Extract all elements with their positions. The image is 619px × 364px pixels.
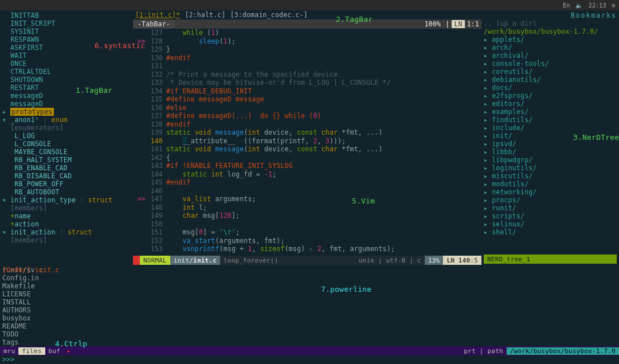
nerdtree-dir[interactable]: ▸ libpwdgrp/ [484, 156, 617, 164]
nerdtree-dir[interactable]: ▸ libbb/ [484, 148, 617, 156]
code-line[interactable]: 134#if ENABLE_DEBUG_INIT [133, 87, 481, 96]
ctrlp-item[interactable]: LICENSE [2, 290, 617, 298]
code-line[interactable]: 129} [133, 45, 481, 54]
nerdtree-up[interactable]: .. (up a dir) [484, 19, 617, 28]
code-line[interactable]: >>128 sleep(1); [133, 37, 481, 46]
ctrlp-item[interactable]: Makefile [2, 282, 617, 290]
code-line[interactable]: 138#endif [133, 120, 481, 129]
tagbar-item[interactable]: ASKFIRST [2, 44, 131, 52]
ctrlp-item[interactable]: AUTHORS [2, 306, 617, 314]
code-line[interactable]: 149 char msg[128]; [133, 212, 481, 220]
tagbar-item[interactable]: RESPAWN [2, 36, 131, 44]
tagbar-item[interactable]: RB_DISABLE_CAD [2, 172, 131, 180]
ctrlp-item[interactable]: TODO [2, 330, 617, 338]
tagbar-item[interactable]: [enumerators] [2, 124, 131, 132]
code-line[interactable]: 146 [133, 187, 481, 195]
nerdtree-dir[interactable]: ▸ coreutils/ [484, 68, 617, 76]
nerdtree-dir[interactable]: ▸ arch/ [484, 44, 617, 52]
tagbar-item[interactable]: RB_HALT_SYSTEM [2, 156, 131, 164]
nerdtree-root[interactable]: /work/busybox/busybox-1.7.0/ [484, 28, 617, 36]
ctrlp-item[interactable]: INSTALL [2, 298, 617, 306]
code-line[interactable]: 152 va_start(arguments, fmt); [133, 237, 481, 245]
tagbar-item[interactable]: RESTART [2, 84, 131, 92]
lang-indicator[interactable]: En [563, 2, 570, 9]
nerdtree-dir[interactable]: ▸ include/ [484, 124, 617, 132]
nerdtree-dir[interactable]: ▸ debianutils/ [484, 76, 617, 84]
code-line[interactable]: 132/* Print a message to the specified d… [133, 71, 481, 79]
code-line[interactable]: 151 msg[0] = '\r'; [133, 228, 481, 237]
code-line[interactable]: 144 static int log_fd = -1; [133, 170, 481, 179]
nerdtree-dir[interactable]: ▸ e2fsprogs/ [484, 92, 617, 100]
ctrlp-item[interactable]: runit/sv.c [2, 266, 617, 274]
cmdline[interactable]: >>> [0, 355, 619, 364]
ctrlp-item[interactable]: README [2, 322, 617, 330]
tagbar-item[interactable]: +action [2, 220, 131, 228]
code-line[interactable]: 150 [133, 220, 481, 229]
nerdtree-dir[interactable]: ▸ archival/ [484, 52, 617, 60]
ctrlp-item[interactable]: tags [2, 338, 617, 346]
nerdtree-dir[interactable]: ▸ networking/ [484, 188, 617, 196]
tagbar-item[interactable]: WAIT [2, 52, 131, 60]
tagbar-item[interactable]: ▾ init_action_type : struct [2, 196, 131, 204]
tagbar-item[interactable]: +name [2, 212, 131, 220]
code-line[interactable]: 137#define messageD(...) do {} while (0) [133, 112, 481, 120]
tagbar-item[interactable]: [members] [2, 236, 131, 244]
tagbar-item[interactable]: L_LOG [2, 132, 131, 140]
tagbar-item[interactable]: RB_POWER_OFF [2, 180, 131, 188]
nerdtree-dir[interactable]: ▸ ipsvd/ [484, 140, 617, 148]
ctrlp-mode-files[interactable]: files [18, 347, 45, 355]
code-body[interactable]: 127 while (1)>>128 sleep(1);129}130#endi… [133, 29, 481, 256]
tagbar-item[interactable]: RB_AUTOBOOT [2, 188, 131, 196]
code-line[interactable]: 133 * Device may be bitwise-or'd from L_… [133, 79, 481, 87]
code-line[interactable]: 131 [133, 62, 481, 71]
nerdtree-dir[interactable]: ▸ examples/ [484, 108, 617, 116]
tagbar-item[interactable]: ▾ _anon1* : enum [2, 116, 131, 124]
code-line[interactable]: 142{ [133, 154, 481, 162]
nerdtree-dir[interactable]: ▸ editors/ [484, 100, 617, 108]
nerdtree-dir[interactable]: ▸ miscutils/ [484, 172, 617, 180]
tagbar-item[interactable]: messageD [2, 100, 131, 108]
code-line[interactable]: 143#if !ENABLE_FEATURE_INIT_SYSLOG [133, 162, 481, 170]
tagbar-item[interactable]: [members] [2, 204, 131, 212]
nerdtree-dir[interactable]: ▸ selinux/ [484, 220, 617, 228]
buffer-tabline[interactable]: [1:init.c]* [2:halt.c] [3:domain_codec.c… [133, 10, 481, 19]
tagbar-item[interactable]: messageD [2, 92, 131, 100]
code-line[interactable]: 136#else [133, 104, 481, 112]
code-line[interactable]: 130#endif [133, 54, 481, 62]
tagbar-item[interactable]: RB_ENABLE_CAD [2, 164, 131, 172]
ctrlp-mode-buf[interactable]: buf [45, 347, 64, 355]
editor-panel[interactable]: [1:init.c]* [2:halt.c] [3:domain_codec.c… [133, 10, 481, 265]
tagbar-item[interactable]: INIT_SCRIPT [2, 19, 131, 28]
code-line[interactable]: 140 __attribute__ ((format(printf, 2, 3)… [133, 137, 481, 146]
tagbar-item[interactable]: MAYBE_CONSOLE [2, 148, 131, 156]
nerdtree-dir[interactable]: ▸ procps/ [484, 196, 617, 204]
tab-init-c[interactable]: [1:init.c]* [133, 11, 182, 19]
nerdtree-dir[interactable]: ▸ findutils/ [484, 116, 617, 124]
tagbar-item[interactable]: ▸ prototypes [2, 108, 131, 116]
tagbar-item[interactable]: ▾ init_action : struct [2, 228, 131, 236]
nerdtree-dir[interactable]: ▸ shell/ [484, 228, 617, 236]
tagbar-item[interactable]: INITTAB [2, 11, 131, 19]
tagbar-panel[interactable]: INITTAB INIT_SCRIPT SYSINIT RESPAWN ASKF… [0, 10, 133, 265]
ctrlp-item[interactable]: busybox [2, 314, 617, 322]
code-line[interactable]: 135#define messageD message [133, 95, 481, 104]
nerdtree-dir[interactable]: ▸ runit/ [484, 204, 617, 212]
tagbar-item[interactable]: L_CONSOLE [2, 140, 131, 148]
nerdtree-dir[interactable]: ▸ docs/ [484, 84, 617, 92]
nerdtree-dir[interactable]: ▸ scripts/ [484, 212, 617, 220]
tab-halt-c[interactable]: [2:halt.c] [182, 11, 228, 19]
tagbar-item[interactable]: SYSINIT [2, 28, 131, 36]
volume-icon[interactable]: 🔈 [575, 2, 582, 9]
nerdtree-dir[interactable]: ▸ loginutils/ [484, 164, 617, 172]
ctrlp-item[interactable]: Config.in [2, 274, 617, 282]
tab-domain-codec[interactable]: [3:domain_codec.c-] [228, 11, 310, 19]
code-line[interactable]: 153 vsnprintf(msg + 1, sizeof(msg) - 2, … [133, 245, 481, 253]
nerdtree-dir[interactable]: ▸ applets/ [484, 36, 617, 44]
code-line[interactable]: 148 int l; [133, 203, 481, 212]
code-line[interactable]: 127 while (1) [133, 29, 481, 37]
tagbar-item[interactable]: CTRLALTDEL [2, 68, 131, 76]
nerdtree-panel[interactable]: Bookmarks .. (up a dir) /work/busybox/bu… [481, 10, 619, 265]
code-line[interactable]: 139static void message(int device, const… [133, 128, 481, 137]
nerdtree-dir[interactable]: ▸ init/ [484, 132, 617, 140]
nerdtree-dir[interactable]: ▸ console-tools/ [484, 60, 617, 68]
